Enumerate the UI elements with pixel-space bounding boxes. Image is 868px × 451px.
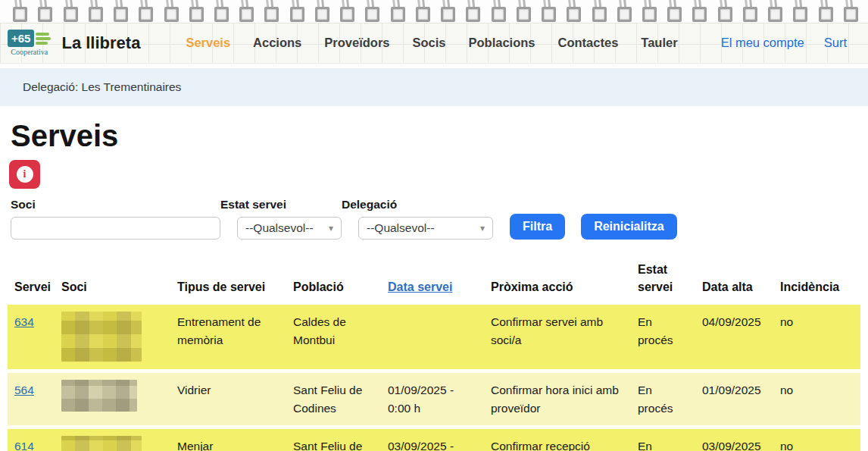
soci-cell: [61, 305, 177, 369]
estat-servei-cell: En procés: [638, 373, 702, 425]
soci-filter-group: Soci: [11, 198, 220, 240]
binding-ring-icon: [365, 1, 376, 23]
data-servei-cell: 03/09/2025 - 14:00 h: [388, 429, 491, 451]
servei-id-link[interactable]: 564: [14, 384, 34, 396]
info-icon: i: [17, 166, 33, 183]
estat-servei-select[interactable]: --Qualsevol--: [237, 217, 342, 240]
info-button[interactable]: i: [9, 160, 40, 189]
estat-servei-cell: En procés: [638, 429, 702, 451]
binding-ring-icon: [617, 1, 629, 23]
binding-ring-icon: [567, 1, 578, 23]
data-alta-cell: 03/09/2025: [702, 429, 780, 451]
binding-ring-icon: [38, 1, 49, 23]
estat-filter-group: Estat servei --Qualsevol--: [220, 198, 342, 240]
binding-ring-icon: [13, 1, 24, 23]
tipus-cell: Entrenament de memòria: [177, 305, 293, 369]
redacted-soci-name: [61, 312, 142, 362]
logo-plus65: +65: [8, 30, 34, 47]
estat-servei-label: Estat servei: [220, 198, 342, 211]
binding-ring-icon: [239, 1, 251, 23]
data-alta-cell: 04/09/2025: [702, 305, 780, 369]
col-header-data-servei: Data servei: [388, 278, 491, 296]
binding-ring-icon: [743, 1, 754, 23]
binding-ring-icon: [844, 1, 855, 23]
binding-ring-icon: [64, 1, 75, 23]
soci-input[interactable]: [11, 217, 220, 240]
binding-ring-icon: [164, 1, 176, 23]
app-title: La llibreta: [61, 33, 140, 53]
nav-item-accions[interactable]: Accions: [253, 36, 301, 50]
logo-graphic: +65: [8, 30, 51, 47]
binding-ring-icon: [692, 1, 704, 23]
nav-item-proveidors[interactable]: Proveïdors: [324, 36, 389, 50]
redacted-soci-name: [61, 436, 142, 451]
poblacio-cell: Sant Feliu de Codines: [293, 373, 388, 425]
col-header-data-alta: Data alta: [702, 278, 780, 296]
logo: +65 Cooperativa: [8, 30, 51, 56]
servei-id-cell: 564: [14, 373, 61, 425]
delegation-bar: Delegació: Les Trementinaires: [0, 68, 868, 106]
binding-ring-icon: [114, 1, 125, 23]
nav-item-socis[interactable]: Socis: [412, 36, 445, 50]
main-nav: Serveis Accions Proveïdors Socis Poblaci…: [186, 36, 720, 50]
sort-link-data-servei[interactable]: Data servei: [388, 280, 452, 293]
binding-ring-icon: [189, 1, 201, 23]
data-alta-cell: 01/09/2025: [702, 373, 780, 425]
nav-item-tauler[interactable]: Tauler: [641, 36, 677, 50]
delegation-text: Delegació: Les Trementinaires: [23, 80, 181, 94]
nav-item-poblacions[interactable]: Poblacions: [469, 36, 535, 50]
binding-ring-icon: [517, 1, 528, 23]
tipus-cell: Vidrier: [177, 373, 293, 425]
binding-ring-icon: [718, 1, 729, 23]
app-header: +65 Cooperativa La llibreta Serveis Acci…: [0, 23, 868, 64]
binding-ring-icon: [768, 1, 779, 23]
binding-ring-icon: [139, 1, 150, 23]
tipus-cell: Menjar: [177, 429, 293, 451]
delegacio-filter-group: Delegació --Qualsevol--: [342, 198, 493, 240]
estat-servei-selected-value: --Qualsevol--: [245, 221, 314, 235]
table-header-row: Servei Soci Tipus de servei Població Dat…: [8, 255, 860, 305]
nav-item-serveis[interactable]: Serveis: [186, 36, 230, 50]
servei-id-link[interactable]: 634: [14, 315, 34, 328]
binding-ring-icon: [416, 1, 427, 23]
estat-servei-cell: En procés: [638, 305, 702, 369]
binding-ring-icon: [214, 1, 226, 23]
data-servei-cell: 01/09/2025 - 0:00 h: [388, 373, 491, 425]
table-row: 614 Menjar Sant Feliu de Codines 03/09/2…: [8, 429, 860, 451]
delegacio-select[interactable]: --Qualsevol--: [358, 217, 493, 240]
binding-ring-icon: [264, 1, 276, 23]
binding-ring-icon: [592, 1, 604, 23]
redacted-soci-name: [61, 380, 137, 412]
binding-ring-icon: [492, 1, 503, 23]
servei-id-cell: 634: [14, 305, 61, 369]
poblacio-cell: Sant Feliu de Codines: [293, 429, 388, 451]
poblacio-cell: Caldes de Montbui: [293, 305, 388, 369]
binding-ring-icon: [315, 1, 326, 23]
servei-id-link[interactable]: 614: [14, 440, 34, 451]
filter-button[interactable]: Filtra: [510, 214, 565, 240]
page-title: Serveis: [11, 118, 868, 153]
hand-icon: [36, 33, 51, 45]
nav-item-surt[interactable]: Surt: [824, 36, 847, 50]
binding-ring-icon: [642, 1, 654, 23]
col-header-incidencia: Incidència: [780, 278, 860, 296]
notebook-binding: [0, 0, 868, 23]
table-row: 634 Entrenament de memòria Caldes de Mon…: [8, 305, 860, 369]
delegacio-label: Delegació: [342, 198, 493, 211]
binding-ring-icon: [793, 1, 804, 23]
soci-cell: [61, 373, 177, 425]
incidencia-cell: no: [780, 429, 860, 451]
nav-item-contactes[interactable]: Contactes: [558, 36, 619, 50]
binding-ring-icon: [441, 1, 452, 23]
incidencia-cell: no: [780, 305, 860, 369]
main-content: Serveis i Soci Estat servei --Qualsevol-…: [0, 118, 868, 451]
proxima-accio-cell: Confirmar recepció factura de proveïdor: [491, 429, 638, 451]
col-header-estat-servei: Estat servei: [638, 261, 702, 296]
binding-ring-icon: [391, 1, 402, 23]
data-servei-cell: [388, 305, 491, 369]
soci-label: Soci: [11, 198, 220, 211]
proxima-accio-cell: Confirmar hora inici amb proveïdor: [491, 373, 638, 425]
nav-item-el-meu-compte[interactable]: El meu compte: [721, 36, 804, 50]
reset-button[interactable]: Reinicialitza: [581, 214, 676, 240]
serveis-table: Servei Soci Tipus de servei Població Dat…: [8, 255, 860, 451]
